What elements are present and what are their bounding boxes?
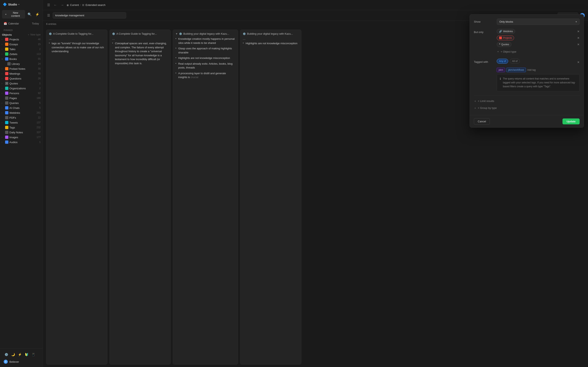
sidebar-item-daily-notes[interactable]: Daily Notes 337	[0, 130, 43, 135]
list-view-button[interactable]: ☰	[46, 2, 51, 8]
lightning-icon[interactable]: ⚡	[17, 352, 23, 357]
sidebar-item-tweets[interactable]: › Tweets 137	[0, 120, 43, 125]
sidebar-item-library[interactable]: Library 24	[0, 61, 43, 66]
card2-title: A Complete Guide to Tagging for...	[116, 32, 157, 35]
remove-projects-button[interactable]: ✕	[577, 36, 580, 40]
any-of-button[interactable]: Any of	[497, 59, 508, 64]
breadcrumb-extended-search-icon: ⊞	[82, 3, 84, 7]
remove-weblinks-button[interactable]: ✕	[577, 30, 580, 33]
search-input[interactable]	[53, 12, 126, 18]
sidebar-item-ai-chats[interactable]: › AI Chats 5	[0, 105, 43, 110]
filter-tag-weblinks[interactable]: 🔗 Weblinks	[497, 29, 515, 34]
sidebar-item-quotes[interactable]: › ❝ Quotes 1	[0, 81, 43, 86]
show-select[interactable]: Only blocks ▾	[497, 18, 580, 25]
card4-header: ⚙️ Building your digital legacy with Kaz…	[243, 32, 299, 35]
cancel-button[interactable]: Cancel	[474, 118, 490, 125]
but-only-content: 🔗 Weblinks ✕ 🟥 Projects ✕	[497, 29, 580, 55]
sidebar-item-books[interactable]: ▾ Books 55	[0, 57, 43, 61]
sidebar-item-audios[interactable]: › Audios 1	[0, 140, 43, 145]
card4-title: Building your digital legacy with Kazu..…	[247, 32, 293, 35]
sidebar-item-pages[interactable]: Pages 180	[0, 96, 43, 100]
sidebar-item-calendar[interactable]: 📅 Calendar Today	[2, 21, 41, 26]
audios-icon	[5, 141, 8, 144]
tag-chip-workflows[interactable]: pkm/workflows	[506, 68, 526, 72]
sidebar-item-meetings[interactable]: › Meetings 70	[0, 71, 43, 76]
user-profile[interactable]: B Believer	[2, 359, 41, 365]
sidebar-item-talks[interactable]: › Talks 2	[0, 47, 43, 52]
app-icon: 🔷	[3, 2, 7, 6]
tagged-mode-row: Any of All of	[497, 59, 520, 64]
sidebar-footer: ⚙️ 🌙 ⚡ 🔰 📱 B Believer	[0, 349, 43, 367]
settings-icon[interactable]: ⚙️	[4, 352, 9, 357]
sidebar-item-projects[interactable]: › Projects 46	[0, 37, 43, 42]
info-icon: ℹ	[500, 77, 501, 89]
shield-icon[interactable]: 🔰	[24, 352, 29, 357]
mobile-icon[interactable]: 📱	[31, 352, 36, 357]
quotes-tag-icon: ❝	[499, 43, 500, 46]
app-header[interactable]: 🔷 Studio ▾	[0, 0, 43, 9]
dark-mode-icon[interactable]: 🌙	[10, 352, 16, 357]
lightning-button[interactable]: ⚡	[34, 11, 41, 17]
filter-tag-projects[interactable]: 🟥 Projects	[497, 35, 514, 40]
result-card-2: ⚙️ A Complete Guide to Tagging for... ..…	[109, 30, 171, 365]
weblinks-icon	[5, 111, 8, 114]
chevron-down-icon: ▾	[2, 58, 4, 60]
search-button[interactable]: 🔍	[26, 11, 33, 17]
plus-icon: ＋	[474, 106, 476, 110]
breadcrumb: ◉ Current / ⊞ Extended search	[67, 3, 105, 7]
sidebar: 🔷 Studio ▾ ＋ New content 🔍 ⚡ 📅 Calendar …	[0, 0, 43, 367]
search-toggle-button[interactable]: ☰	[46, 12, 51, 18]
result-card-3: ▼ ⚙️ Building your digital legacy with K…	[173, 30, 238, 365]
tags-label: Tags	[9, 126, 15, 129]
sidebar-item-queries[interactable]: › Queries 5	[0, 100, 43, 105]
sidebar-item-essays[interactable]: › Essays 15	[0, 42, 43, 47]
card2-dots: ...	[112, 37, 168, 41]
sidebar-item-organizations[interactable]: › Organizations 2	[0, 86, 43, 91]
weblinks-label: Weblinks	[9, 111, 20, 114]
new-content-button[interactable]: ＋ New content	[2, 10, 25, 18]
remove-tagged-button[interactable]: ✕	[577, 60, 580, 64]
options-panel: Show Only blocks ▾ But only 🔗 Web	[470, 14, 584, 128]
add-object-type-button[interactable]: ＋ + Object type	[497, 49, 580, 55]
card4-bullet-1: Highlights are not knowledge misconcepti…	[243, 42, 299, 45]
quotes-tag-label: Quotes	[501, 43, 509, 46]
main-toolbar: ☰ ← → ◉ Current / ⊞ Extended search	[43, 0, 588, 10]
all-of-button[interactable]: All of	[510, 59, 520, 64]
select-arrow-icon: ▾	[576, 20, 577, 23]
card3-header: ▼ ⚙️ Building your digital legacy with K…	[175, 32, 235, 35]
chevron-right-icon: ›	[2, 112, 4, 114]
sidebar-item-tags[interactable]: Tags 232	[0, 125, 43, 130]
chevron-right-icon: ›	[2, 102, 4, 104]
card3-bullet-3: Highlights are not knowledge misconcepti…	[175, 56, 235, 60]
sidebar-item-images[interactable]: › Images 177	[0, 135, 43, 140]
sidebar-item-zettels[interactable]: › Zettels 113	[0, 52, 43, 57]
plus-icon: ＋	[497, 50, 499, 53]
but-only-row: But only 🔗 Weblinks ✕ 🟥 Pro	[474, 29, 580, 55]
books-label: Books	[9, 58, 17, 60]
sidebar-item-persons[interactable]: › Persons 92	[0, 91, 43, 96]
back-button[interactable]: ←	[53, 2, 58, 8]
update-button[interactable]: Update	[562, 118, 580, 124]
limit-results-button[interactable]: ＋ + Limit results	[474, 98, 580, 104]
filter-row-projects: 🟥 Projects ✕	[497, 35, 580, 40]
queries-count: 5	[38, 101, 41, 104]
audios-count: 1	[38, 141, 41, 143]
filter-tag-quotes[interactable]: ❝ Quotes	[497, 42, 511, 47]
sidebar-item-weblinks[interactable]: › Weblinks 261	[0, 110, 43, 115]
group-by-type-button[interactable]: ＋ + Group by type	[474, 105, 580, 111]
add-tag-button[interactable]: Add tag	[527, 68, 536, 71]
card3-header-icon: ⚙️	[179, 33, 182, 35]
new-type-button[interactable]: ＋ New type	[27, 33, 41, 36]
sidebar-item-questions[interactable]: › Questions 26	[0, 76, 43, 81]
sidebar-item-podcast-notes[interactable]: › Podast Notes 30	[0, 66, 43, 71]
tag-chip-pkm[interactable]: pkm	[497, 68, 505, 72]
tweets-icon	[5, 121, 8, 124]
sidebar-item-pdfs[interactable]: PDFs 22	[0, 115, 43, 120]
breadcrumb-extended-search-label[interactable]: Extended search	[86, 3, 105, 7]
options-panel-body: Show Only blocks ▾ But only 🔗 Web	[470, 15, 584, 115]
forward-button[interactable]: →	[60, 2, 65, 8]
limit-results-label: + Limit results	[478, 100, 494, 103]
tags-icon	[5, 126, 8, 129]
remove-quotes-button[interactable]: ✕	[577, 43, 580, 46]
images-label: Images	[9, 136, 18, 139]
